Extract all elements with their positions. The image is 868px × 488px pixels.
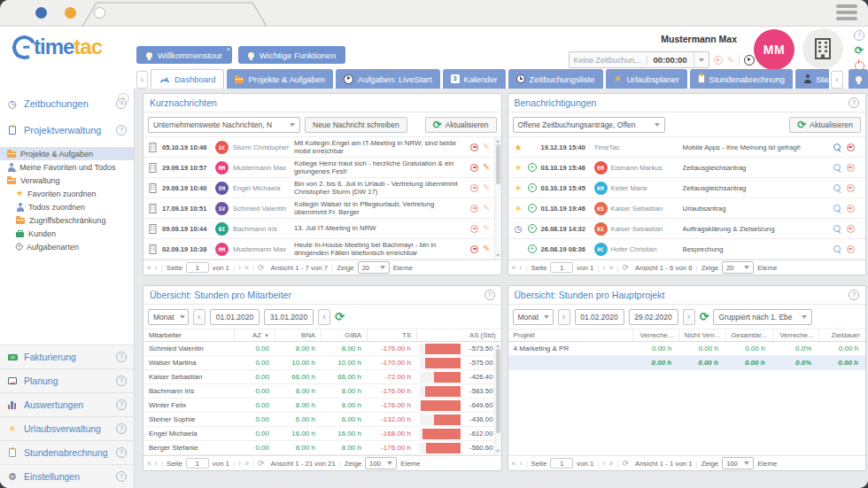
notification-filter-select[interactable]: Offene Zeitbuchungsanträge, Offen	[513, 117, 665, 133]
next-period-button[interactable]: ›	[318, 309, 330, 325]
table-row[interactable]: Walser Martina 0.00 10.00 h 10.00 h -170…	[143, 356, 501, 370]
menu-icon[interactable]	[836, 4, 857, 20]
refresh-button[interactable]: ⟳ Aktualisieren	[789, 117, 861, 133]
welcome-tour-button[interactable]: Willkommenstour ×	[136, 46, 232, 64]
chevron-down-icon[interactable]	[694, 52, 709, 67]
close-icon[interactable]: ×	[227, 46, 230, 52]
tab-dashboard[interactable]: Dashboard	[151, 69, 224, 89]
prev-page-button[interactable]: ‹	[155, 264, 158, 272]
tab-kalender[interactable]: Kalender	[443, 69, 506, 89]
last-page-button[interactable]: »	[608, 264, 613, 272]
next-period-button[interactable]: ›	[683, 309, 695, 325]
table-row[interactable]: Engel Michaela 0.00 16.00 h 16.00 h -168…	[143, 427, 501, 441]
message-row[interactable]: 29.09.19 10:57 MM Mustermann Max Kollege…	[143, 158, 501, 178]
prev-period-button[interactable]: ‹	[558, 309, 570, 325]
page-size-select[interactable]: 100	[722, 457, 754, 469]
dismiss-icon[interactable]	[847, 245, 855, 253]
sidebar-collapse-icon[interactable]: ‹	[118, 93, 129, 105]
company-icon[interactable]	[802, 28, 843, 69]
delete-icon[interactable]	[470, 143, 478, 151]
page-input[interactable]: 1	[186, 262, 209, 273]
plus-icon[interactable]: +	[528, 183, 537, 192]
magnifier-icon[interactable]	[833, 225, 841, 232]
page-size-select[interactable]: 20	[358, 261, 390, 274]
help-icon[interactable]	[116, 125, 127, 136]
delete-icon[interactable]	[470, 205, 478, 213]
help-icon[interactable]	[849, 97, 859, 108]
sidebar-item-aufgabenarten[interactable]: Aufgabenarten	[0, 240, 134, 253]
sidebar-item-stundenabrechnung[interactable]: Stundenabrechnung	[0, 440, 134, 464]
sidebar-item-todos-zuordnen[interactable]: Todos zuordnen	[0, 200, 134, 213]
new-message-button[interactable]: Neue Nachricht schreiben	[305, 117, 407, 133]
next-page-button[interactable]: ›	[238, 460, 241, 468]
tab-hints[interactable]	[849, 69, 868, 89]
message-row[interactable]: 09.09.19 10:44 BI Bachmann Iris 13. Juli…	[143, 219, 501, 239]
next-page-button[interactable]: ›	[238, 264, 241, 272]
refresh-icon[interactable]: ⟳	[855, 45, 864, 56]
refresh-icon[interactable]: ⟳	[335, 311, 345, 322]
message-filter-select[interactable]: Unternehmensweite Nachrichten, N	[148, 117, 300, 133]
refresh-button[interactable]: ⟳ Aktualisieren	[425, 117, 497, 133]
period-select[interactable]: Monat	[513, 309, 554, 325]
page-input[interactable]: 1	[186, 458, 209, 469]
next-page-button[interactable]: ›	[602, 264, 605, 272]
tab-stundenabrechnung[interactable]: Stundenabrechnung	[690, 69, 794, 89]
dismiss-icon[interactable]	[847, 143, 855, 151]
edit-icon[interactable]: ✎	[483, 183, 490, 192]
edit-icon[interactable]: ✎	[483, 224, 490, 233]
magnifier-icon[interactable]	[833, 184, 841, 191]
refresh-icon[interactable]: ⟳	[622, 460, 629, 468]
help-icon[interactable]	[116, 447, 127, 458]
message-row[interactable]: 29.09.19 10:40 EM Engel Michaela Bin von…	[143, 178, 501, 198]
play-icon[interactable]	[744, 55, 755, 66]
tab-aufgaben-livestart[interactable]: Aufgaben: LiveStart	[336, 69, 439, 89]
prev-page-button[interactable]: ‹	[520, 460, 523, 468]
first-page-button[interactable]: «	[512, 460, 516, 468]
tab-urlaubsplaner[interactable]: ☀ Urlaubsplaner	[606, 69, 687, 89]
message-row[interactable]: 02.09.19 10:38 MM Mustermann Max Heute I…	[143, 239, 501, 259]
window-dot-orange-icon[interactable]	[65, 7, 76, 19]
help-icon[interactable]	[854, 30, 864, 41]
first-page-button[interactable]: «	[147, 460, 151, 468]
page-input[interactable]: 1	[550, 458, 573, 469]
table-row[interactable]: Berger Stefanie 0.00 8.00 h 8.00 h -176.…	[143, 441, 501, 455]
message-row[interactable]: 05.10.19 10:46 SC Sturm Christopher Mit …	[143, 137, 501, 158]
help-icon[interactable]	[116, 352, 127, 362]
sidebar-item-einstellungen[interactable]: ⚙ Einstellungen	[0, 464, 134, 488]
notification-row[interactable]: ◷ + 26.08.19 14:32 KS Kaiser Sebastian A…	[508, 219, 866, 239]
sidebar-item-auswertungen[interactable]: Auswertungen	[0, 392, 134, 416]
sidebar-item-planung[interactable]: Planung	[0, 368, 134, 392]
scrollbar[interactable]: ▲ ▼	[494, 342, 501, 455]
prev-period-button[interactable]: ‹	[193, 309, 205, 325]
edit-icon[interactable]: ✎	[727, 56, 734, 65]
page-input[interactable]: 1	[550, 262, 573, 273]
page-size-select[interactable]: 20	[722, 261, 754, 274]
first-page-button[interactable]: «	[147, 264, 151, 272]
help-icon[interactable]	[849, 290, 859, 300]
plus-icon[interactable]: +	[528, 244, 537, 253]
table-row[interactable]: Kaiser Sebastian 0.00 66.00 h 66.00 h -7…	[143, 370, 501, 384]
group-by-select[interactable]: Gruppiert nach 1. Ebe	[713, 309, 812, 325]
sidebar-item-urlaubsverwaltung[interactable]: ☀ Urlaubsverwaltung	[0, 416, 134, 440]
message-row[interactable]: 17.09.19 10:51 SV Schmied Valentin Kolle…	[143, 198, 501, 219]
sidebar-item-favoriten-zuordnen[interactable]: ★ Favoriten zuordnen	[0, 187, 134, 200]
notification-row[interactable]: + 26.08.19 08:36 HC Hofer Christian Besp…	[508, 239, 866, 259]
next-page-button[interactable]: ›	[602, 460, 605, 468]
edit-icon[interactable]: ✎	[483, 204, 490, 213]
tab-zeitbuchungsliste[interactable]: Zeitbuchungsliste	[508, 69, 603, 89]
tab-statusuebersicht[interactable]: Statusübersicht	[795, 69, 829, 89]
refresh-icon[interactable]: ⟳	[258, 460, 265, 468]
help-icon[interactable]	[116, 399, 127, 410]
last-page-button[interactable]: »	[244, 264, 249, 272]
dismiss-icon[interactable]	[847, 205, 855, 213]
help-icon[interactable]	[116, 376, 127, 386]
plus-icon[interactable]: +	[528, 204, 537, 213]
refresh-icon[interactable]: ⟳	[700, 311, 709, 322]
sidebar-item-zugriffsbeschraenkung[interactable]: Zugriffsbeschränkung	[0, 213, 134, 227]
magnifier-icon[interactable]	[833, 205, 841, 212]
important-functions-button[interactable]: Wichtige Funktionen	[238, 46, 345, 64]
plus-icon[interactable]: +	[528, 224, 537, 233]
timer-task-select[interactable]: Keine Zeitbuchun... 00:00:00	[569, 51, 709, 68]
edit-icon[interactable]: ✎	[483, 143, 490, 151]
tab-scroll-left[interactable]: ‹	[136, 71, 148, 89]
